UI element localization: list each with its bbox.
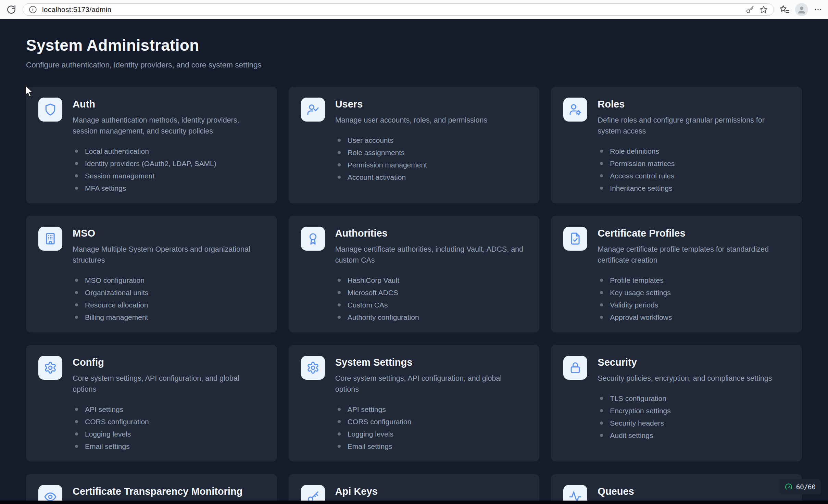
reload-icon — [6, 4, 16, 15]
card-certificate-profiles[interactable]: Certificate Profiles Manage certificate … — [551, 216, 802, 332]
card-feature-list: API settingsCORS configurationLogging le… — [73, 405, 265, 451]
card-list-item: Email settings — [335, 442, 527, 451]
card-queues[interactable]: Queues — [551, 474, 802, 504]
card-list-item: Permission matrices — [598, 159, 790, 168]
card-title: MSO — [73, 227, 265, 239]
card-api-keys[interactable]: Api Keys — [289, 474, 540, 504]
address-bar[interactable]: localhost:5173/admin — [23, 3, 774, 16]
card-list-item: User accounts — [335, 136, 527, 144]
reload-button[interactable] — [5, 4, 17, 15]
card-description: Define roles and configure granular perm… — [598, 115, 790, 137]
site-info-icon[interactable] — [28, 5, 37, 14]
card-list-item: Key usage settings — [598, 288, 790, 297]
card-list-item: TLS configuration — [598, 394, 790, 403]
card-roles[interactable]: Roles Define roles and configure granula… — [551, 87, 802, 203]
card-list-item: CORS configuration — [335, 417, 527, 426]
browser-menu-icon[interactable] — [814, 5, 823, 14]
card-feature-list: API settingsCORS configurationLogging le… — [335, 405, 527, 451]
gauge-icon — [785, 483, 793, 491]
card-list-item: Encryption settings — [598, 406, 790, 415]
card-feature-list: MSO configurationOrganizational unitsRes… — [73, 276, 265, 322]
card-list-item: Approval workflows — [598, 313, 790, 322]
card-list-item: API settings — [335, 405, 527, 414]
card-list-item: Microsoft ADCS — [335, 288, 527, 297]
card-icon-tile — [301, 98, 325, 122]
card-list-item: Validity periods — [598, 301, 790, 309]
card-description: Manage certificate authorities, includin… — [335, 244, 527, 266]
password-key-icon[interactable] — [745, 5, 754, 14]
card-list-item: Access control rules — [598, 172, 790, 180]
lock-icon — [569, 361, 582, 374]
card-description: Manage user accounts, roles, and permiss… — [335, 115, 488, 126]
file-check-icon — [569, 232, 582, 245]
card-title: Certificate Profiles — [598, 227, 790, 239]
card-title: Api Keys — [335, 486, 378, 497]
card-list-item: Permission management — [335, 161, 527, 169]
card-list-item: Logging levels — [73, 430, 265, 438]
card-description: Core system settings, API configuration,… — [73, 373, 265, 395]
card-title: Auth — [73, 98, 265, 110]
user-gear-icon — [569, 103, 582, 116]
card-description: Manage authentication methods, identity … — [73, 115, 265, 137]
rate-limit-badge[interactable]: 60/60 — [779, 479, 821, 494]
rate-limit-value: 60/60 — [796, 483, 816, 491]
card-list-item: Role definitions — [598, 147, 790, 155]
page-subtitle: Configure authentication, identity provi… — [26, 61, 802, 70]
card-title: Config — [73, 356, 265, 368]
card-icon-tile — [563, 227, 587, 251]
card-list-item: Billing management — [73, 313, 265, 322]
card-list-item: MFA settings — [73, 184, 265, 192]
gear-icon — [306, 361, 319, 374]
url-text[interactable]: localhost:5173/admin — [42, 5, 741, 14]
admin-cards-grid: Auth Manage authentication methods, iden… — [26, 87, 802, 504]
card-list-item: Local authentication — [73, 147, 265, 155]
card-list-item: Organizational units — [73, 288, 265, 297]
gear-icon — [44, 361, 57, 374]
profile-avatar[interactable] — [795, 3, 808, 16]
card-icon-tile — [38, 227, 62, 251]
card-list-item: Role assignments — [335, 148, 527, 157]
card-list-item: Email settings — [73, 442, 265, 451]
card-list-item: Session management — [73, 172, 265, 180]
card-title: System Settings — [335, 356, 527, 368]
card-system-settings[interactable]: System Settings Core system settings, AP… — [289, 345, 540, 462]
browser-toolbar: localhost:5173/admin — [0, 0, 828, 19]
card-icon-tile — [38, 98, 62, 122]
card-list-item: HashiCorp Vault — [335, 276, 527, 285]
card-security[interactable]: Security Security policies, encryption, … — [551, 345, 802, 462]
card-list-item: CORS configuration — [73, 417, 265, 426]
card-list-item: Inheritance settings — [598, 184, 790, 192]
card-mso[interactable]: MSO Manage Multiple System Operators and… — [26, 216, 277, 332]
card-authorities[interactable]: Authorities Manage certificate authoriti… — [289, 216, 540, 332]
card-feature-list: HashiCorp VaultMicrosoft ADCSCustom CAsA… — [335, 276, 527, 322]
card-title: Roles — [598, 98, 790, 110]
card-list-item: Audit settings — [598, 431, 790, 440]
user-check-icon — [306, 103, 319, 116]
admin-page: System Administration Configure authenti… — [0, 19, 828, 504]
card-title: Users — [335, 98, 488, 110]
card-title: Queues — [598, 486, 634, 497]
card-users[interactable]: Users Manage user accounts, roles, and p… — [289, 87, 540, 203]
card-list-item: Identity providers (OAuth2, LDAP, SAML) — [73, 159, 265, 168]
card-feature-list: Profile templatesKey usage settingsValid… — [598, 276, 790, 322]
card-title: Certificate Transparency Monitoring — [73, 486, 242, 497]
favorites-hub-icon[interactable] — [779, 4, 790, 15]
bookmark-star-icon[interactable] — [759, 5, 768, 14]
card-icon-tile — [301, 356, 325, 380]
person-icon — [796, 4, 807, 15]
card-auth[interactable]: Auth Manage authentication methods, iden… — [26, 87, 277, 203]
card-icon-tile — [38, 356, 62, 380]
card-description: Manage Multiple System Operators and org… — [73, 244, 265, 266]
card-list-item: Resource allocation — [73, 301, 265, 309]
card-feature-list: Role definitionsPermission matricesAcces… — [598, 147, 790, 192]
card-list-item: API settings — [73, 405, 265, 414]
card-certificate-transparency-monitoring[interactable]: Certificate Transparency Monitoring — [26, 474, 277, 504]
card-icon-tile — [563, 356, 587, 380]
card-icon-tile — [301, 227, 325, 251]
card-feature-list: TLS configurationEncryption settingsSecu… — [598, 394, 790, 440]
window-bottom-edge — [0, 501, 828, 504]
card-list-item: Authority configuration — [335, 313, 527, 322]
card-list-item: Profile templates — [598, 276, 790, 285]
card-feature-list: Local authenticationIdentity providers (… — [73, 147, 265, 192]
card-config[interactable]: Config Core system settings, API configu… — [26, 345, 277, 462]
